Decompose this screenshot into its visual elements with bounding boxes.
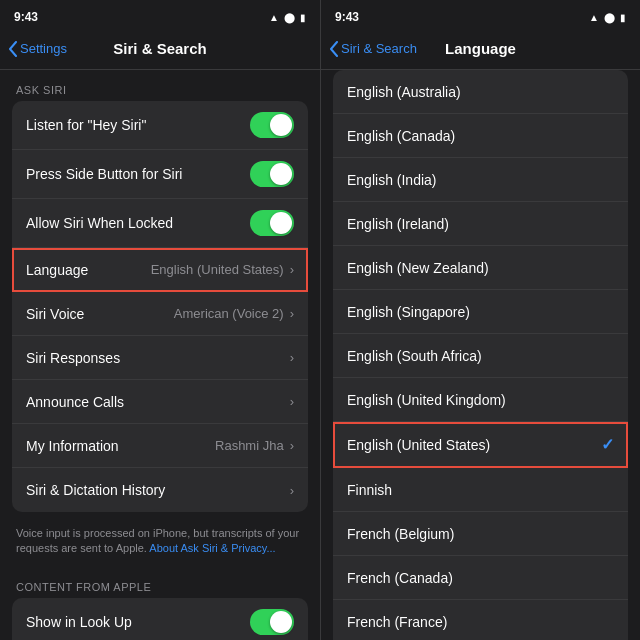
right-status-bar: 9:43 ▲ ⬤ ▮ xyxy=(321,0,640,28)
announce-calls-row[interactable]: Announce Calls › xyxy=(12,380,308,424)
announce-calls-label: Announce Calls xyxy=(26,394,290,410)
lang-row-8[interactable]: English (United States)✓ xyxy=(333,422,628,468)
right-wifi-icon: ⬤ xyxy=(604,12,615,23)
left-panel: 9:43 ▲ ⬤ ▮ Settings Siri & Search ASK SI… xyxy=(0,0,320,640)
lang-row-7[interactable]: English (United Kingdom) xyxy=(333,378,628,422)
show-look-up-toggle[interactable] xyxy=(250,609,294,635)
lang-row-12[interactable]: French (France) xyxy=(333,600,628,640)
lang-row-9[interactable]: Finnish xyxy=(333,468,628,512)
left-back-label: Settings xyxy=(20,41,67,56)
right-status-time: 9:43 xyxy=(335,10,359,24)
content-apple-section-label: CONTENT FROM APPLE xyxy=(0,567,320,598)
lang-row-11[interactable]: French (Canada) xyxy=(333,556,628,600)
content-apple-group: Show in Look Up Show in Spotlight xyxy=(12,598,308,640)
right-panel: 9:43 ▲ ⬤ ▮ Siri & Search Language Englis… xyxy=(320,0,640,640)
language-label: Language xyxy=(26,262,151,278)
lang-name-10: French (Belgium) xyxy=(347,526,614,542)
siri-responses-row[interactable]: Siri Responses › xyxy=(12,336,308,380)
siri-voice-row[interactable]: Siri Voice American (Voice 2) › xyxy=(12,292,308,336)
lang-name-3: English (Ireland) xyxy=(347,216,614,232)
right-signal-icon: ▲ xyxy=(589,12,599,23)
left-back-button[interactable]: Settings xyxy=(8,41,67,57)
ask-siri-privacy-link[interactable]: About Ask Siri & Privacy... xyxy=(149,542,275,554)
siri-responses-chevron: › xyxy=(290,350,294,365)
right-nav-title: Language xyxy=(445,40,516,57)
siri-voice-value: American (Voice 2) xyxy=(174,306,284,321)
siri-voice-label: Siri Voice xyxy=(26,306,174,322)
my-information-value: Rashmi Jha xyxy=(215,438,284,453)
listen-hey-siri-label: Listen for "Hey Siri" xyxy=(26,117,250,133)
signal-icon: ▲ xyxy=(269,12,279,23)
lang-name-0: English (Australia) xyxy=(347,84,614,100)
lang-row-5[interactable]: English (Singapore) xyxy=(333,290,628,334)
right-status-icons: ▲ ⬤ ▮ xyxy=(589,12,626,23)
listen-hey-siri-toggle[interactable] xyxy=(250,112,294,138)
lang-name-2: English (India) xyxy=(347,172,614,188)
lang-row-4[interactable]: English (New Zealand) xyxy=(333,246,628,290)
footer-ask-siri: Voice input is processed on iPhone, but … xyxy=(0,520,320,567)
lang-row-6[interactable]: English (South Africa) xyxy=(333,334,628,378)
left-nav-bar: Settings Siri & Search xyxy=(0,28,320,70)
language-group: English (Australia)English (Canada)Engli… xyxy=(333,70,628,640)
lang-row-2[interactable]: English (India) xyxy=(333,158,628,202)
left-nav-title: Siri & Search xyxy=(113,40,206,57)
press-side-button-label: Press Side Button for Siri xyxy=(26,166,250,182)
lang-row-1[interactable]: English (Canada) xyxy=(333,114,628,158)
ask-siri-section-label: ASK SIRI xyxy=(0,70,320,101)
lang-name-8: English (United States) xyxy=(347,437,601,453)
allow-siri-locked-label: Allow Siri When Locked xyxy=(26,215,250,231)
show-look-up-row[interactable]: Show in Look Up xyxy=(12,598,308,640)
left-status-time: 9:43 xyxy=(14,10,38,24)
lang-name-12: French (France) xyxy=(347,614,614,630)
wifi-icon: ⬤ xyxy=(284,12,295,23)
lang-row-0[interactable]: English (Australia) xyxy=(333,70,628,114)
my-information-row[interactable]: My Information Rashmi Jha › xyxy=(12,424,308,468)
lang-row-3[interactable]: English (Ireland) xyxy=(333,202,628,246)
language-list[interactable]: English (Australia)English (Canada)Engli… xyxy=(321,70,640,640)
left-status-bar: 9:43 ▲ ⬤ ▮ xyxy=(0,0,320,28)
lang-checkmark-8: ✓ xyxy=(601,435,614,454)
announce-calls-chevron: › xyxy=(290,394,294,409)
press-side-button-toggle[interactable] xyxy=(250,161,294,187)
allow-siri-locked-row[interactable]: Allow Siri When Locked xyxy=(12,199,308,248)
right-back-button[interactable]: Siri & Search xyxy=(329,41,417,57)
left-status-icons: ▲ ⬤ ▮ xyxy=(269,12,306,23)
press-side-button-row[interactable]: Press Side Button for Siri xyxy=(12,150,308,199)
my-information-chevron: › xyxy=(290,438,294,453)
right-back-label: Siri & Search xyxy=(341,41,417,56)
lang-name-9: Finnish xyxy=(347,482,614,498)
siri-dictation-history-row[interactable]: Siri & Dictation History › xyxy=(12,468,308,512)
language-row[interactable]: Language English (United States) › xyxy=(12,248,308,292)
siri-dictation-history-chevron: › xyxy=(290,483,294,498)
my-information-label: My Information xyxy=(26,438,215,454)
listen-hey-siri-row[interactable]: Listen for "Hey Siri" xyxy=(12,101,308,150)
lang-name-4: English (New Zealand) xyxy=(347,260,614,276)
siri-voice-chevron: › xyxy=(290,306,294,321)
left-scroll-area[interactable]: ASK SIRI Listen for "Hey Siri" Press Sid… xyxy=(0,70,320,640)
lang-name-1: English (Canada) xyxy=(347,128,614,144)
lang-name-6: English (South Africa) xyxy=(347,348,614,364)
right-battery-icon: ▮ xyxy=(620,12,626,23)
language-chevron: › xyxy=(290,262,294,277)
battery-icon: ▮ xyxy=(300,12,306,23)
lang-name-11: French (Canada) xyxy=(347,570,614,586)
siri-responses-label: Siri Responses xyxy=(26,350,290,366)
lang-name-5: English (Singapore) xyxy=(347,304,614,320)
language-value: English (United States) xyxy=(151,262,284,277)
show-look-up-label: Show in Look Up xyxy=(26,614,250,630)
lang-name-7: English (United Kingdom) xyxy=(347,392,614,408)
siri-dictation-history-label: Siri & Dictation History xyxy=(26,482,290,498)
lang-row-10[interactable]: French (Belgium) xyxy=(333,512,628,556)
right-nav-bar: Siri & Search Language xyxy=(321,28,640,70)
ask-siri-group: Listen for "Hey Siri" Press Side Button … xyxy=(12,101,308,512)
allow-siri-locked-toggle[interactable] xyxy=(250,210,294,236)
